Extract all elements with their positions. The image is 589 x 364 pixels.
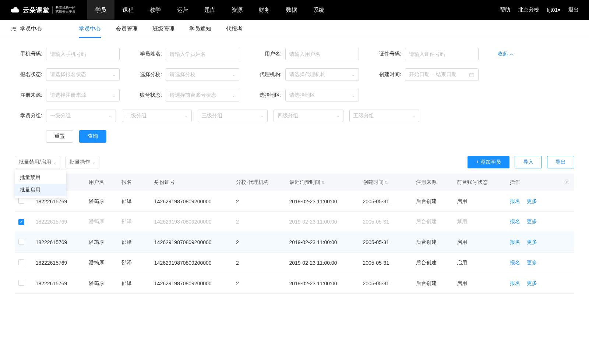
group-2-select[interactable]: 二级分组⌄: [122, 110, 192, 122]
row-more-link[interactable]: 更多: [527, 218, 537, 224]
created-range[interactable]: 开始日期 - 结束日期: [405, 68, 479, 81]
topnav-item[interactable]: 财务: [251, 0, 278, 20]
cell-ops: 报名 更多: [506, 212, 559, 232]
chevron-down-icon: ⌄: [352, 93, 355, 98]
sort-icon: ⇅: [385, 180, 388, 185]
topbar: 云朵课堂 教育机构一站 式服务云平台 学员课程教学运营题库资源财务数据系统 帮助…: [0, 0, 589, 20]
cell-created: 2005-05-31: [359, 273, 412, 294]
cell-idno: 14262919870809200000: [151, 253, 232, 273]
cell-created: 2005-05-31: [359, 253, 412, 273]
table-settings[interactable]: [560, 174, 574, 191]
phone-input[interactable]: [46, 48, 120, 60]
bulk-toggle-dropdown[interactable]: 批量禁用/启用⌄: [15, 156, 60, 168]
branch-select[interactable]: 请选择分校⌄: [166, 68, 239, 81]
chevron-down-icon: ⌄: [412, 114, 415, 118]
row-checkbox[interactable]: [18, 198, 24, 204]
topnav: 学员课程教学运营题库资源财务数据系统: [87, 0, 332, 20]
row-enroll-link[interactable]: 报名: [510, 260, 520, 265]
reset-button[interactable]: 重置: [46, 130, 73, 143]
col-last-spend[interactable]: 最近消费时间⇅: [286, 174, 359, 191]
collapse-toggle[interactable]: 收起︿: [498, 51, 514, 57]
group-1-select[interactable]: 一级分组⌄: [46, 110, 116, 122]
topnav-item[interactable]: 系统: [305, 0, 332, 20]
row-more-link[interactable]: 更多: [527, 239, 537, 245]
cell-idno: 14262919870809200000: [151, 232, 232, 253]
col-created[interactable]: 创建时间⇅: [359, 174, 412, 191]
cell-created: 2005-05-31: [359, 212, 412, 232]
enroll-status-select[interactable]: 请选择报名状态⌄: [46, 68, 120, 81]
user-menu[interactable]: lijt01▾: [547, 7, 560, 13]
cell-enroll: 邵泽: [118, 191, 151, 212]
row-more-link[interactable]: 更多: [527, 198, 537, 204]
svg-point-1: [14, 27, 16, 29]
cell-ops: 报名 更多: [506, 191, 559, 212]
col-enroll: 报名: [118, 174, 151, 191]
chevron-down-icon: ⌄: [352, 72, 355, 77]
chevron-down-icon: ⌄: [92, 160, 95, 165]
cell-status: 启用: [453, 232, 506, 253]
enroll-status-label: 报名状态: [15, 71, 42, 78]
sort-icon: ⇅: [321, 180, 325, 185]
branch-link[interactable]: 北京分校: [518, 7, 539, 13]
topnav-item[interactable]: 学员: [87, 0, 114, 20]
col-username: 用户名: [85, 174, 118, 191]
row-checkbox[interactable]: [18, 239, 24, 245]
topnav-item[interactable]: 资源: [223, 0, 251, 20]
topnav-item[interactable]: 课程: [114, 0, 142, 20]
cell-enroll: 邵泽: [118, 273, 151, 294]
topnav-item[interactable]: 题库: [196, 0, 223, 20]
subnav-tab[interactable]: 学员通知: [189, 20, 211, 38]
source-label: 注册来源: [15, 92, 42, 99]
username-input[interactable]: [285, 48, 359, 60]
row-enroll-link[interactable]: 报名: [510, 239, 520, 245]
idno-input[interactable]: [405, 48, 479, 60]
row-more-link[interactable]: 更多: [527, 260, 537, 265]
logo[interactable]: 云朵课堂 教育机构一站 式服务云平台: [10, 6, 75, 14]
acct-status-select[interactable]: 请选择前台账号状态⌄: [166, 89, 239, 101]
subnav-tab[interactable]: 班级管理: [152, 20, 174, 38]
cell-source: 后台创建: [412, 253, 453, 273]
row-enroll-link[interactable]: 报名: [510, 198, 520, 204]
cell-status: 启用: [453, 253, 506, 273]
name-label: 学员姓名: [134, 51, 162, 57]
acct-status-label: 账号状态: [134, 92, 162, 99]
col-acct-status: 前台账号状态: [453, 174, 506, 191]
bulk-disable-item[interactable]: 批量禁用: [15, 171, 66, 184]
logout-link[interactable]: 退出: [568, 7, 579, 13]
row-checkbox[interactable]: [18, 280, 24, 286]
group-3-select[interactable]: 三级分组⌄: [198, 110, 268, 122]
row-enroll-link[interactable]: 报名: [510, 218, 520, 224]
cell-username: 潘筠厚: [85, 273, 118, 294]
row-enroll-link[interactable]: 报名: [510, 280, 520, 286]
row-more-link[interactable]: 更多: [527, 280, 537, 286]
col-source: 注册来源: [412, 174, 453, 191]
region-select[interactable]: 请选择地区⌄: [285, 89, 359, 101]
add-student-button[interactable]: + 添加学员: [468, 156, 509, 168]
agent-select[interactable]: 请选择代理机构⌄: [285, 68, 359, 81]
group-5-select[interactable]: 五级分组⌄: [349, 110, 419, 122]
bulk-toggle-menu: 批量禁用 批量启用: [15, 170, 66, 198]
source-select[interactable]: 请选择注册来源⌄: [46, 89, 120, 101]
name-input[interactable]: [166, 48, 239, 60]
group-4-select[interactable]: 四级分组⌄: [274, 110, 343, 122]
chevron-down-icon: ⌄: [232, 72, 235, 77]
subnav-tab[interactable]: 会员管理: [116, 20, 138, 38]
svg-point-0: [12, 27, 14, 29]
topnav-item[interactable]: 运营: [169, 0, 196, 20]
bulk-enable-item[interactable]: 批量启用: [15, 184, 66, 196]
export-button[interactable]: 导出: [547, 156, 574, 168]
row-checkbox[interactable]: [18, 219, 24, 225]
help-link[interactable]: 帮助: [500, 7, 510, 13]
cell-last-spend: 2019-02-23 11:00:00: [286, 232, 359, 253]
col-branch-agent: 分校-代理机构: [232, 174, 285, 191]
import-button[interactable]: 导入: [515, 156, 542, 168]
subnav-tab[interactable]: 代报考: [226, 20, 243, 38]
topnav-item[interactable]: 教学: [142, 0, 169, 20]
table-row: 18222615769 潘筠厚 邵泽 14262919870809200000 …: [15, 253, 574, 273]
bulk-ops-dropdown[interactable]: 批量操作⌄: [66, 156, 99, 168]
subnav-tab[interactable]: 学员中心: [79, 20, 101, 38]
cell-source: 后台创建: [412, 273, 453, 294]
topnav-item[interactable]: 数据: [278, 0, 305, 20]
row-checkbox[interactable]: [18, 259, 24, 265]
query-button[interactable]: 查询: [79, 130, 106, 143]
